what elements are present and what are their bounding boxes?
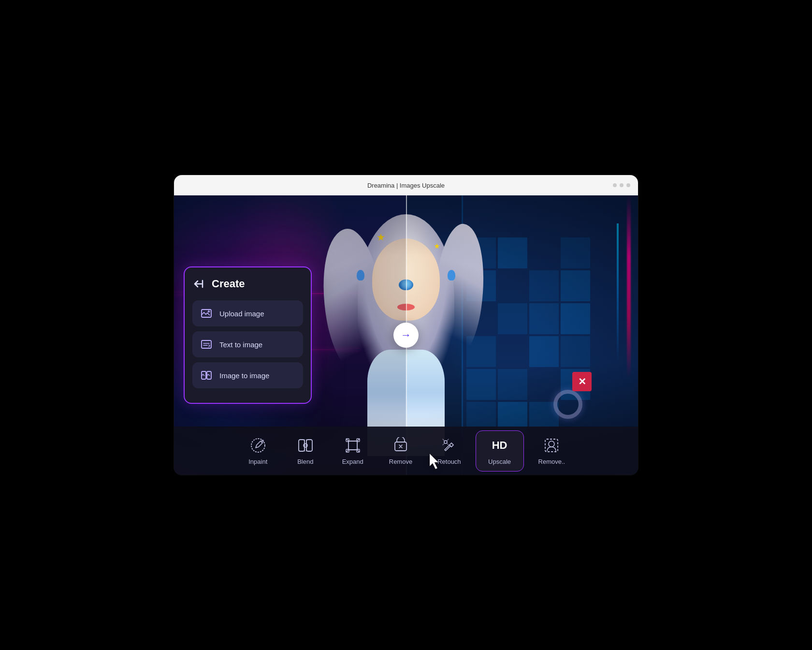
cyan-strip [617, 223, 619, 363]
image-to-image-label: Image to image [219, 371, 269, 380]
toolbar-item-hd-upscale[interactable]: HD Upscale [476, 430, 524, 472]
browser-window: Dreamina | Images Upscale ✕ [174, 175, 638, 475]
remove-bg-icon [543, 437, 560, 454]
sidebar-title: Create [212, 278, 245, 290]
blend-icon [297, 437, 314, 454]
toolbar-item-expand[interactable]: Expand [331, 431, 375, 471]
hd-upscale-label: Upscale [488, 458, 511, 465]
neon-strip [627, 195, 631, 377]
browser-dot-1 [613, 183, 617, 187]
back-button[interactable] [192, 277, 206, 291]
toolbar-item-inpaint[interactable]: Inpaint [236, 431, 280, 471]
remove-label: Remove [389, 458, 412, 465]
upload-image-icon [200, 307, 213, 320]
char-earring-right [448, 270, 455, 281]
browser-titlebar: Dreamina | Images Upscale [174, 175, 638, 195]
sidebar-item-text-to-image[interactable]: Text to image [192, 331, 303, 357]
svg-point-21 [549, 441, 554, 447]
back-icon [194, 279, 204, 289]
inpaint-icon [249, 437, 267, 454]
browser-dot-3 [626, 183, 630, 187]
browser-dots [613, 183, 630, 187]
expand-icon [344, 437, 362, 454]
x-sign: ✕ [572, 372, 592, 391]
upload-image-label: Upload image [219, 310, 264, 318]
text-to-image-label: Text to image [219, 340, 262, 349]
sidebar-panel: Create Upload image [184, 266, 312, 404]
browser-dot-2 [620, 183, 624, 187]
image-to-image-icon [200, 369, 213, 382]
browser-content: ✕ [174, 195, 638, 475]
toolbar-item-remove[interactable]: Remove [378, 431, 423, 471]
svg-rect-13 [348, 441, 357, 450]
toolbar-item-blend[interactable]: Blend [284, 431, 327, 471]
bottom-toolbar: Inpaint Blend [174, 427, 638, 475]
comparison-arrow-button[interactable] [393, 323, 419, 348]
svg-point-19 [444, 441, 447, 443]
cursor-arrow [428, 453, 442, 470]
sidebar-header: Create [192, 277, 303, 291]
blend-label: Blend [297, 458, 313, 465]
sidebar-item-upload-image[interactable]: Upload image [192, 300, 303, 326]
remove-bg-label: Remove.. [538, 458, 566, 465]
hd-text: HD [492, 440, 508, 451]
svg-point-9 [261, 440, 264, 443]
hd-upscale-icon: HD [491, 437, 508, 454]
svg-rect-3 [202, 340, 211, 348]
moon-crescent [553, 390, 582, 419]
retouch-icon [440, 437, 458, 454]
toolbar-item-remove-bg[interactable]: Remove.. [528, 431, 576, 471]
remove-icon [392, 437, 409, 454]
inpaint-label: Inpaint [248, 458, 267, 465]
text-image-icon [200, 338, 213, 351]
svg-point-12 [304, 443, 307, 447]
browser-title: Dreamina | Images Upscale [367, 182, 445, 189]
sidebar-item-image-to-image[interactable]: Image to image [192, 362, 303, 388]
expand-label: Expand [342, 458, 363, 465]
